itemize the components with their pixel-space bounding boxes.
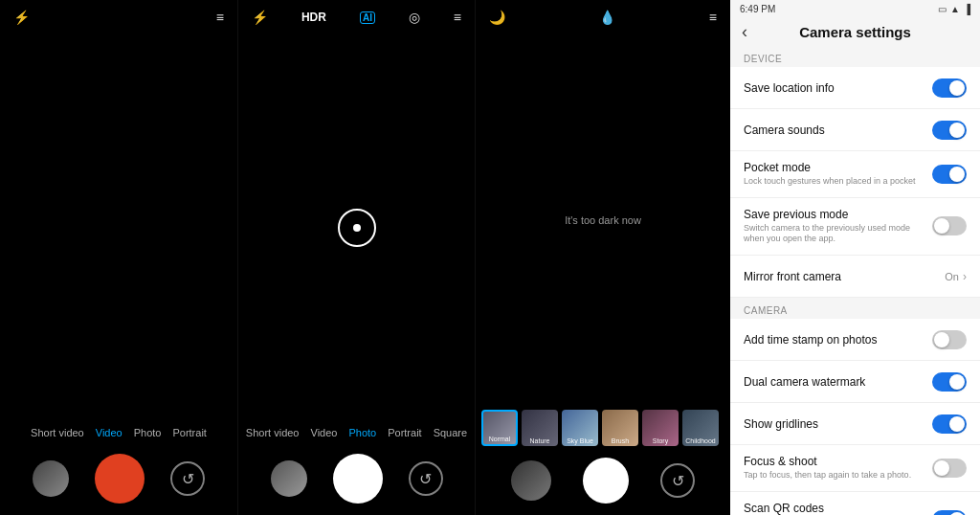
mode-portrait-1[interactable]: Portrait bbox=[172, 427, 206, 438]
setting-save-previous-mode: Save previous mode Switch camera to the … bbox=[730, 198, 980, 256]
setting-gridlines: Show gridlines bbox=[730, 403, 980, 445]
settings-body: DEVICE Save location info Camera sounds … bbox=[730, 46, 980, 515]
mode-video-2[interactable]: Video bbox=[311, 427, 338, 438]
setting-scan-qr: Scan QR codes Only the rear camera can s… bbox=[730, 492, 980, 515]
ai-badge[interactable]: AI bbox=[360, 11, 375, 24]
mode-short-video-2[interactable]: Short video bbox=[246, 427, 300, 438]
toolbar-panel-2: ⚡ HDR AI ◎ ≡ bbox=[238, 0, 475, 34]
setting-dual-watermark-title: Dual camera watermark bbox=[744, 375, 924, 389]
hdr-badge[interactable]: HDR bbox=[301, 11, 326, 24]
setting-camera-sounds: Camera sounds bbox=[730, 109, 980, 151]
toggle-focus-shoot[interactable] bbox=[932, 459, 967, 478]
toggle-gridlines[interactable] bbox=[932, 414, 967, 434]
filter-normal-label: Normal bbox=[483, 436, 516, 442]
focus-ring bbox=[338, 209, 376, 247]
setting-scan-qr-title: Scan QR codes bbox=[744, 502, 924, 515]
rotate-btn-3[interactable]: ↺ bbox=[660, 463, 695, 498]
section-label-camera: CAMERA bbox=[730, 298, 980, 319]
wifi-icon: ▲ bbox=[950, 4, 960, 14]
toggle-scan-qr[interactable] bbox=[932, 510, 967, 515]
filter-story-label: Story bbox=[642, 437, 679, 444]
signal-icon: ▐ bbox=[964, 4, 970, 14]
rotate-btn-2[interactable]: ↺ bbox=[409, 461, 443, 496]
mode-photo-1[interactable]: Photo bbox=[134, 427, 162, 438]
viewfinder-1 bbox=[0, 34, 237, 421]
focus-ring-inner bbox=[353, 224, 361, 232]
dark-notice: It's too dark now bbox=[565, 214, 641, 226]
setting-save-previous-mode-subtitle: Switch camera to the previously used mod… bbox=[744, 223, 924, 245]
night-icon[interactable]: 🌙 bbox=[489, 10, 505, 25]
back-button[interactable]: ‹ bbox=[742, 22, 747, 42]
filter-sky-blue-label: Sky Blue bbox=[562, 437, 598, 444]
setting-pocket-mode-subtitle: Lock touch gestures when placed in a poc… bbox=[744, 176, 924, 188]
setting-save-location-title: Save location info bbox=[744, 81, 924, 95]
filter-strip[interactable]: Normal Nature Sky Blue Brush Story Child… bbox=[476, 406, 730, 450]
shutter-btn-3[interactable] bbox=[583, 458, 629, 504]
gallery-thumb-1[interactable] bbox=[33, 460, 69, 497]
toolbar-panel-3: 🌙 💧 ≡ bbox=[476, 0, 730, 34]
menu-icon-3[interactable]: ≡ bbox=[709, 10, 717, 25]
filter-sky-blue[interactable]: Sky Blue bbox=[562, 410, 598, 446]
mirror-front-camera-value: On bbox=[945, 271, 959, 282]
setting-camera-sounds-title: Camera sounds bbox=[744, 123, 924, 137]
controls-3: ↺ bbox=[476, 450, 730, 515]
setting-save-location: Save location info bbox=[730, 67, 980, 109]
setting-save-previous-mode-title: Save previous mode bbox=[744, 208, 924, 221]
filter-nature[interactable]: Nature bbox=[522, 410, 558, 446]
menu-icon-2[interactable]: ≡ bbox=[454, 10, 461, 25]
toggle-save-previous-mode[interactable] bbox=[932, 216, 967, 235]
toggle-timestamp[interactable] bbox=[932, 330, 967, 349]
setting-mirror-front-camera[interactable]: Mirror front camera On › bbox=[730, 256, 980, 298]
setting-timestamp-title: Add time stamp on photos bbox=[744, 333, 924, 347]
toggle-save-location[interactable] bbox=[932, 78, 967, 98]
camera-panel-filters: 🌙 💧 ≡ It's too dark now Normal Nature Sk… bbox=[475, 0, 730, 515]
setting-focus-shoot-title: Focus & shoot bbox=[744, 455, 924, 468]
filter-story[interactable]: Story bbox=[642, 410, 679, 446]
controls-1: ↺ bbox=[0, 446, 237, 515]
mode-selector-1[interactable]: Short video Video Photo Portrait bbox=[0, 421, 237, 446]
gallery-thumb-3[interactable] bbox=[511, 460, 551, 501]
filter-brush-label: Brush bbox=[602, 437, 638, 444]
toggle-dual-watermark[interactable] bbox=[932, 372, 967, 392]
setting-mirror-front-camera-title: Mirror front camera bbox=[744, 270, 937, 283]
flash-icon-1[interactable]: ⚡ bbox=[13, 10, 30, 25]
setting-pocket-mode-title: Pocket mode bbox=[744, 161, 924, 174]
battery-icon: ▭ bbox=[938, 4, 947, 14]
toolbar-panel-1: ⚡ ≡ bbox=[0, 0, 237, 34]
filter-nature-label: Nature bbox=[522, 437, 558, 444]
menu-icon-1[interactable]: ≡ bbox=[216, 10, 224, 25]
toggle-pocket-mode[interactable] bbox=[932, 165, 967, 184]
setting-gridlines-title: Show gridlines bbox=[744, 417, 924, 431]
setting-focus-shoot: Focus & shoot Tap to focus, then tap aga… bbox=[730, 445, 980, 492]
setting-focus-shoot-subtitle: Tap to focus, then tap again to take a p… bbox=[744, 470, 924, 481]
viewfinder-3: It's too dark now bbox=[476, 34, 730, 406]
mode-selector-2[interactable]: Short video Video Photo Portrait Square bbox=[238, 421, 475, 446]
filter-childhood[interactable]: Childhood bbox=[682, 410, 719, 446]
viewfinder-2 bbox=[238, 34, 475, 421]
filter-brush[interactable]: Brush bbox=[602, 410, 638, 446]
mode-photo-2[interactable]: Photo bbox=[348, 427, 376, 438]
mode-video-1[interactable]: Video bbox=[96, 427, 122, 438]
status-bar: 6:49 PM ▭ ▲ ▐ bbox=[730, 0, 980, 18]
settings-header: ‹ Camera settings bbox=[730, 18, 980, 46]
controls-2: ↺ bbox=[238, 446, 475, 515]
setting-timestamp: Add time stamp on photos bbox=[730, 319, 980, 361]
rotate-btn-1[interactable]: ↺ bbox=[170, 461, 205, 496]
shutter-btn-2[interactable] bbox=[333, 454, 383, 504]
status-time: 6:49 PM bbox=[740, 4, 775, 14]
water-icon[interactable]: 💧 bbox=[599, 10, 615, 25]
chevron-right-icon: › bbox=[963, 270, 967, 283]
mode-portrait-2[interactable]: Portrait bbox=[388, 427, 421, 438]
mode-short-video-1[interactable]: Short video bbox=[31, 427, 84, 438]
filter-icon-2[interactable]: ◎ bbox=[409, 10, 420, 25]
toggle-camera-sounds[interactable] bbox=[932, 121, 967, 140]
gallery-thumb-2[interactable] bbox=[271, 460, 307, 497]
camera-panel-photo: ⚡ HDR AI ◎ ≡ Short video Video Photo Por… bbox=[237, 0, 475, 515]
status-icons: ▭ ▲ ▐ bbox=[938, 4, 970, 14]
mirror-front-camera-arrow: On › bbox=[945, 270, 967, 283]
settings-panel: 6:49 PM ▭ ▲ ▐ ‹ Camera settings DEVICE S… bbox=[730, 0, 980, 515]
filter-normal[interactable]: Normal bbox=[481, 410, 518, 446]
shutter-btn-1[interactable] bbox=[95, 454, 145, 504]
mode-square-2[interactable]: Square bbox=[434, 427, 467, 438]
flash-icon-2[interactable]: ⚡ bbox=[252, 10, 268, 25]
